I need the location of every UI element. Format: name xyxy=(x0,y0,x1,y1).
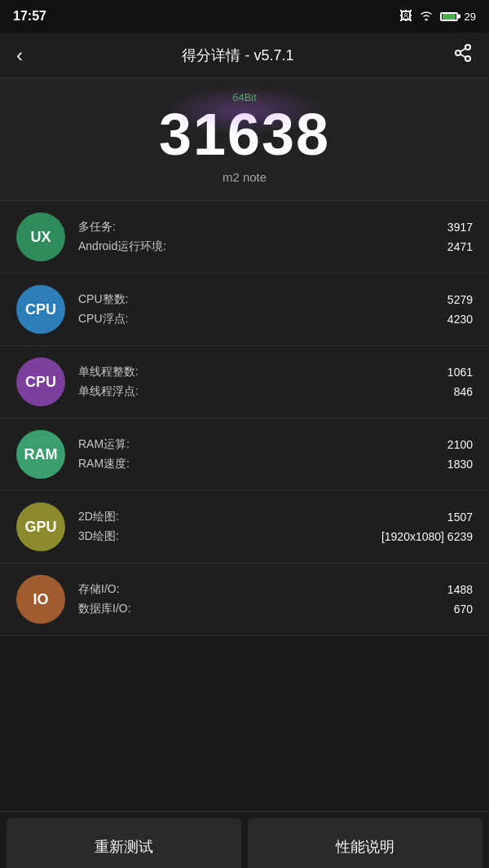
status-icons: 🖼 29 xyxy=(399,9,476,24)
bench-value-2-1: 846 xyxy=(454,385,473,398)
bench-item-3-0: RAM运算:2100 xyxy=(78,435,473,454)
bench-item-3-1: RAM速度:1830 xyxy=(78,454,473,474)
bottom-buttons: 重新测试 性能说明 xyxy=(0,811,489,868)
benchmark-row-5: IO存储I/O:1488数据库I/O:670 xyxy=(0,563,489,636)
bench-details-1: CPU整数:5279CPU浮点:4230 xyxy=(78,290,473,329)
svg-line-3 xyxy=(460,55,466,58)
bench-details-2: 单线程整数:1061单线程浮点:846 xyxy=(78,362,473,401)
bench-value-1-0: 5279 xyxy=(447,293,473,306)
bench-label-3-1: RAM速度: xyxy=(78,457,130,471)
svg-point-2 xyxy=(465,56,470,61)
bench-details-4: 2D绘图:15073D绘图:[1920x1080] 6239 xyxy=(78,507,473,546)
bench-details-5: 存储I/O:1488数据库I/O:670 xyxy=(78,580,473,619)
bench-icon-ram-3: RAM xyxy=(16,430,65,479)
top-nav: ‹ 得分详情 - v5.7.1 xyxy=(0,33,489,78)
bench-label-5-0: 存储I/O: xyxy=(78,582,120,597)
back-button[interactable]: ‹ xyxy=(16,44,23,67)
bench-label-2-1: 单线程浮点: xyxy=(78,384,139,399)
bench-item-2-1: 单线程浮点:846 xyxy=(78,382,473,401)
bench-value-5-0: 1488 xyxy=(447,583,473,596)
svg-point-0 xyxy=(465,45,470,50)
score-device: m2 note xyxy=(0,170,489,184)
bench-item-0-0: 多任务:3917 xyxy=(78,217,473,237)
benchmark-row-2: CPU单线程整数:1061单线程浮点:846 xyxy=(0,346,489,419)
bench-value-3-1: 1830 xyxy=(447,458,473,471)
bench-value-1-1: 4230 xyxy=(447,313,473,326)
benchmark-row-1: CPUCPU整数:5279CPU浮点:4230 xyxy=(0,274,489,346)
bench-label-0-0: 多任务: xyxy=(78,220,116,235)
benchmark-row-4: GPU2D绘图:15073D绘图:[1920x1080] 6239 xyxy=(0,491,489,563)
retest-button[interactable]: 重新测试 xyxy=(7,818,241,868)
bench-value-4-1: [1920x1080] 6239 xyxy=(381,530,473,543)
svg-point-1 xyxy=(456,50,460,55)
status-time: 17:57 xyxy=(13,9,46,24)
bench-label-2-0: 单线程整数: xyxy=(78,365,139,379)
bench-details-0: 多任务:3917Android运行环境:2471 xyxy=(78,217,473,256)
score-section: 64Bit 31638 m2 note xyxy=(0,78,489,201)
bench-item-4-0: 2D绘图:1507 xyxy=(78,507,473,527)
performance-button[interactable]: 性能说明 xyxy=(248,818,482,868)
bench-icon-cpu-2: CPU xyxy=(16,357,65,406)
bench-icon-gpu-4: GPU xyxy=(16,502,65,551)
bench-item-0-1: Android运行环境:2471 xyxy=(78,237,473,256)
bench-label-0-1: Android运行环境: xyxy=(78,239,166,254)
bench-item-1-0: CPU整数:5279 xyxy=(78,290,473,309)
score-number: 31638 xyxy=(0,105,489,164)
bench-item-1-1: CPU浮点:4230 xyxy=(78,309,473,329)
page-title: 得分详情 - v5.7.1 xyxy=(182,46,293,65)
svg-line-4 xyxy=(460,49,466,52)
status-bar: 17:57 🖼 29 xyxy=(0,0,489,33)
benchmark-list: UX多任务:3917Android运行环境:2471CPUCPU整数:5279C… xyxy=(0,201,489,636)
wifi-icon xyxy=(419,10,434,24)
bench-item-4-1: 3D绘图:[1920x1080] 6239 xyxy=(78,527,473,546)
bench-label-1-1: CPU浮点: xyxy=(78,312,128,327)
bench-value-5-1: 670 xyxy=(454,603,473,616)
bench-label-4-0: 2D绘图: xyxy=(78,510,119,524)
bench-value-4-0: 1507 xyxy=(447,511,473,524)
bench-value-0-1: 2471 xyxy=(447,240,473,253)
bench-item-5-1: 数据库I/O:670 xyxy=(78,599,473,619)
share-button[interactable] xyxy=(453,43,473,67)
bench-value-3-0: 2100 xyxy=(447,438,473,451)
bench-item-2-0: 单线程整数:1061 xyxy=(78,362,473,382)
bench-label-3-0: RAM运算: xyxy=(78,437,130,452)
bench-value-0-0: 3917 xyxy=(447,221,473,234)
bench-item-5-0: 存储I/O:1488 xyxy=(78,580,473,599)
bench-label-5-1: 数据库I/O: xyxy=(78,602,131,616)
bench-label-4-1: 3D绘图: xyxy=(78,529,119,544)
benchmark-row-0: UX多任务:3917Android运行环境:2471 xyxy=(0,201,489,274)
bench-icon-cpu-1: CPU xyxy=(16,285,65,334)
benchmark-row-3: RAMRAM运算:2100RAM速度:1830 xyxy=(0,419,489,491)
battery-level: 29 xyxy=(465,11,476,23)
bench-icon-io-5: IO xyxy=(16,575,65,624)
battery-icon xyxy=(440,12,458,21)
image-icon: 🖼 xyxy=(399,9,412,24)
bench-value-2-0: 1061 xyxy=(447,366,473,379)
bench-icon-ux-0: UX xyxy=(16,213,65,261)
bench-label-1-0: CPU整数: xyxy=(78,292,128,307)
bench-details-3: RAM运算:2100RAM速度:1830 xyxy=(78,435,473,474)
